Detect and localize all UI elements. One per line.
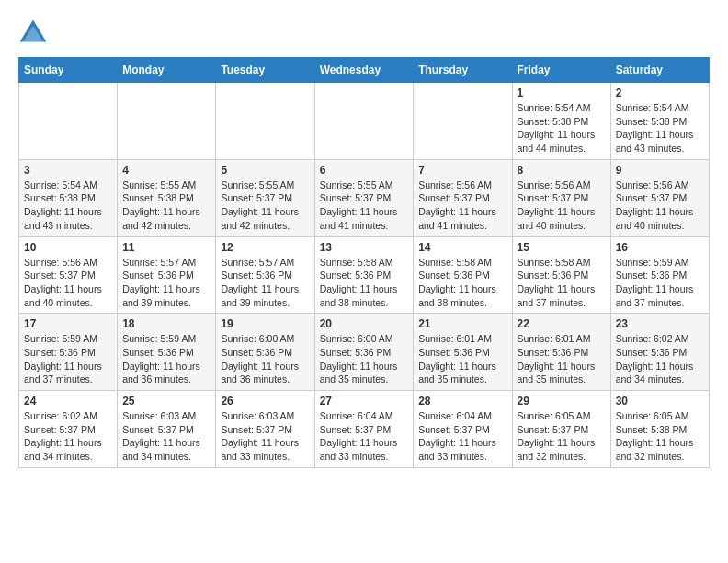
calendar-cell: 18Sunrise: 5:59 AM Sunset: 5:36 PM Dayli… bbox=[118, 314, 216, 391]
day-info: Sunrise: 6:02 AM Sunset: 5:36 PM Dayligh… bbox=[616, 332, 704, 386]
calendar-table: SundayMondayTuesdayWednesdayThursdayFrid… bbox=[18, 57, 710, 468]
calendar-cell: 24Sunrise: 6:02 AM Sunset: 5:37 PM Dayli… bbox=[19, 391, 118, 468]
calendar-cell bbox=[118, 83, 216, 160]
day-info: Sunrise: 6:04 AM Sunset: 5:37 PM Dayligh… bbox=[320, 409, 409, 464]
day-number: 7 bbox=[418, 164, 506, 177]
day-number: 1 bbox=[518, 86, 606, 99]
day-number: 17 bbox=[24, 317, 112, 330]
day-info: Sunrise: 5:56 AM Sunset: 5:37 PM Dayligh… bbox=[518, 178, 606, 233]
day-number: 8 bbox=[518, 164, 606, 177]
calendar-cell: 22Sunrise: 6:01 AM Sunset: 5:36 PM Dayli… bbox=[512, 314, 610, 391]
week-row-2: 3Sunrise: 5:54 AM Sunset: 5:38 PM Daylig… bbox=[19, 159, 710, 236]
week-row-5: 24Sunrise: 6:02 AM Sunset: 5:37 PM Dayli… bbox=[19, 391, 710, 468]
day-number: 15 bbox=[518, 241, 606, 254]
day-number: 10 bbox=[24, 241, 112, 254]
day-info: Sunrise: 5:57 AM Sunset: 5:36 PM Dayligh… bbox=[221, 256, 309, 310]
day-info: Sunrise: 6:03 AM Sunset: 5:37 PM Dayligh… bbox=[122, 409, 210, 464]
calendar-cell: 3Sunrise: 5:54 AM Sunset: 5:38 PM Daylig… bbox=[19, 159, 118, 236]
calendar-cell: 12Sunrise: 5:57 AM Sunset: 5:36 PM Dayli… bbox=[216, 236, 314, 314]
day-number: 4 bbox=[122, 164, 210, 177]
day-info: Sunrise: 6:02 AM Sunset: 5:37 PM Dayligh… bbox=[24, 409, 112, 464]
day-info: Sunrise: 6:01 AM Sunset: 5:36 PM Dayligh… bbox=[518, 332, 606, 386]
day-info: Sunrise: 5:56 AM Sunset: 5:37 PM Dayligh… bbox=[418, 178, 506, 233]
calendar-cell: 25Sunrise: 6:03 AM Sunset: 5:37 PM Dayli… bbox=[118, 391, 216, 468]
day-info: Sunrise: 5:57 AM Sunset: 5:36 PM Dayligh… bbox=[122, 256, 210, 310]
day-number: 22 bbox=[518, 317, 606, 330]
calendar-cell: 6Sunrise: 5:55 AM Sunset: 5:37 PM Daylig… bbox=[314, 159, 414, 236]
day-header-monday: Monday bbox=[118, 58, 216, 83]
logo bbox=[18, 18, 50, 48]
calendar-cell: 4Sunrise: 5:55 AM Sunset: 5:38 PM Daylig… bbox=[118, 159, 216, 236]
calendar-cell: 17Sunrise: 5:59 AM Sunset: 5:36 PM Dayli… bbox=[19, 314, 118, 391]
day-number: 30 bbox=[616, 395, 704, 408]
day-info: Sunrise: 6:03 AM Sunset: 5:37 PM Dayligh… bbox=[221, 409, 309, 464]
day-number: 12 bbox=[221, 241, 309, 254]
day-number: 28 bbox=[418, 395, 506, 408]
day-number: 27 bbox=[320, 395, 409, 408]
calendar-cell bbox=[19, 83, 118, 160]
day-info: Sunrise: 5:55 AM Sunset: 5:38 PM Dayligh… bbox=[122, 178, 210, 233]
day-number: 24 bbox=[24, 395, 112, 408]
calendar-cell: 14Sunrise: 5:58 AM Sunset: 5:36 PM Dayli… bbox=[414, 236, 512, 314]
calendar-cell: 8Sunrise: 5:56 AM Sunset: 5:37 PM Daylig… bbox=[512, 159, 610, 236]
calendar-cell: 15Sunrise: 5:58 AM Sunset: 5:36 PM Dayli… bbox=[512, 236, 610, 314]
day-number: 6 bbox=[320, 164, 409, 177]
day-info: Sunrise: 5:54 AM Sunset: 5:38 PM Dayligh… bbox=[518, 101, 606, 155]
page-header bbox=[18, 18, 710, 48]
day-number: 25 bbox=[122, 395, 210, 408]
day-header-friday: Friday bbox=[512, 58, 610, 83]
day-info: Sunrise: 5:55 AM Sunset: 5:37 PM Dayligh… bbox=[320, 178, 409, 233]
day-header-tuesday: Tuesday bbox=[216, 58, 314, 83]
logo-icon bbox=[18, 18, 48, 48]
calendar-header-row: SundayMondayTuesdayWednesdayThursdayFrid… bbox=[19, 58, 710, 83]
week-row-3: 10Sunrise: 5:56 AM Sunset: 5:37 PM Dayli… bbox=[19, 236, 710, 314]
day-number: 3 bbox=[24, 164, 112, 177]
calendar-cell bbox=[314, 83, 414, 160]
calendar-cell: 16Sunrise: 5:59 AM Sunset: 5:36 PM Dayli… bbox=[610, 236, 709, 314]
calendar-cell: 27Sunrise: 6:04 AM Sunset: 5:37 PM Dayli… bbox=[314, 391, 414, 468]
day-number: 13 bbox=[320, 241, 409, 254]
day-number: 23 bbox=[616, 317, 704, 330]
day-info: Sunrise: 5:56 AM Sunset: 5:37 PM Dayligh… bbox=[616, 178, 704, 233]
calendar-cell: 30Sunrise: 6:05 AM Sunset: 5:38 PM Dayli… bbox=[610, 391, 709, 468]
calendar-cell: 1Sunrise: 5:54 AM Sunset: 5:38 PM Daylig… bbox=[512, 83, 610, 160]
day-info: Sunrise: 5:59 AM Sunset: 5:36 PM Dayligh… bbox=[24, 332, 112, 386]
day-number: 21 bbox=[418, 317, 506, 330]
day-info: Sunrise: 5:58 AM Sunset: 5:36 PM Dayligh… bbox=[320, 256, 409, 310]
calendar-cell: 28Sunrise: 6:04 AM Sunset: 5:37 PM Dayli… bbox=[414, 391, 512, 468]
calendar-cell: 20Sunrise: 6:00 AM Sunset: 5:36 PM Dayli… bbox=[314, 314, 414, 391]
day-info: Sunrise: 5:58 AM Sunset: 5:36 PM Dayligh… bbox=[418, 256, 506, 310]
day-number: 20 bbox=[320, 317, 409, 330]
day-info: Sunrise: 5:59 AM Sunset: 5:36 PM Dayligh… bbox=[616, 256, 704, 310]
calendar-cell: 11Sunrise: 5:57 AM Sunset: 5:36 PM Dayli… bbox=[118, 236, 216, 314]
day-info: Sunrise: 5:55 AM Sunset: 5:37 PM Dayligh… bbox=[221, 178, 309, 233]
calendar-cell: 2Sunrise: 5:54 AM Sunset: 5:38 PM Daylig… bbox=[610, 83, 709, 160]
day-number: 19 bbox=[221, 317, 309, 330]
calendar-cell: 29Sunrise: 6:05 AM Sunset: 5:37 PM Dayli… bbox=[512, 391, 610, 468]
day-info: Sunrise: 5:59 AM Sunset: 5:36 PM Dayligh… bbox=[122, 332, 210, 386]
day-info: Sunrise: 5:56 AM Sunset: 5:37 PM Dayligh… bbox=[24, 256, 112, 310]
calendar-cell bbox=[414, 83, 512, 160]
calendar-cell: 10Sunrise: 5:56 AM Sunset: 5:37 PM Dayli… bbox=[19, 236, 118, 314]
day-number: 2 bbox=[616, 86, 704, 99]
day-number: 11 bbox=[122, 241, 210, 254]
calendar-cell: 26Sunrise: 6:03 AM Sunset: 5:37 PM Dayli… bbox=[216, 391, 314, 468]
day-number: 14 bbox=[418, 241, 506, 254]
day-header-wednesday: Wednesday bbox=[314, 58, 414, 83]
calendar-cell: 5Sunrise: 5:55 AM Sunset: 5:37 PM Daylig… bbox=[216, 159, 314, 236]
day-number: 18 bbox=[122, 317, 210, 330]
day-info: Sunrise: 6:04 AM Sunset: 5:37 PM Dayligh… bbox=[418, 409, 506, 464]
day-info: Sunrise: 6:05 AM Sunset: 5:37 PM Dayligh… bbox=[518, 409, 606, 464]
calendar-cell: 23Sunrise: 6:02 AM Sunset: 5:36 PM Dayli… bbox=[610, 314, 709, 391]
calendar-cell: 7Sunrise: 5:56 AM Sunset: 5:37 PM Daylig… bbox=[414, 159, 512, 236]
day-info: Sunrise: 6:01 AM Sunset: 5:36 PM Dayligh… bbox=[418, 332, 506, 386]
calendar-cell: 19Sunrise: 6:00 AM Sunset: 5:36 PM Dayli… bbox=[216, 314, 314, 391]
week-row-1: 1Sunrise: 5:54 AM Sunset: 5:38 PM Daylig… bbox=[19, 83, 710, 160]
day-info: Sunrise: 6:05 AM Sunset: 5:38 PM Dayligh… bbox=[616, 409, 704, 464]
calendar-cell bbox=[216, 83, 314, 160]
day-number: 9 bbox=[616, 164, 704, 177]
calendar-cell: 9Sunrise: 5:56 AM Sunset: 5:37 PM Daylig… bbox=[610, 159, 709, 236]
day-header-thursday: Thursday bbox=[414, 58, 512, 83]
day-number: 29 bbox=[518, 395, 606, 408]
calendar-cell: 13Sunrise: 5:58 AM Sunset: 5:36 PM Dayli… bbox=[314, 236, 414, 314]
